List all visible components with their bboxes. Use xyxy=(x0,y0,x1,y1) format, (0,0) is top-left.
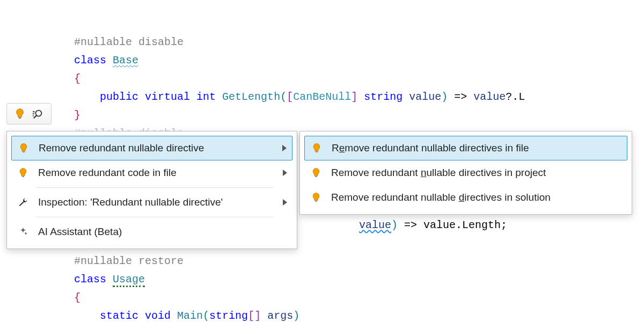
lightbulb-icon xyxy=(310,191,323,204)
keyword-public: public xyxy=(100,91,138,103)
paren-close: ) xyxy=(441,91,448,103)
brace-close: } xyxy=(74,109,80,121)
keyword-void: void xyxy=(145,310,171,322)
submenu-item-directives-solution[interactable]: Remove redundant nullable directives in … xyxy=(304,185,627,210)
lightbulb-icon[interactable] xyxy=(13,107,26,120)
menu-item-label: Remove redundant code in file xyxy=(38,167,177,179)
keyword-string: string xyxy=(364,91,402,103)
submenu-item-label: Remove redundant nullable directives in … xyxy=(332,142,529,154)
submenu-item-directives-file[interactable]: Remove redundant nullable directives in … xyxy=(304,136,627,160)
svg-rect-9 xyxy=(315,176,317,177)
paren-open: ( xyxy=(280,91,287,103)
lightbulb-icon xyxy=(310,142,323,155)
svg-rect-0 xyxy=(19,118,21,119)
null-cond: ?. xyxy=(506,91,518,103)
submenu-item-label: Remove redundant nullable directives in … xyxy=(331,167,546,179)
submenu-item-directives-project[interactable]: Remove redundant nullable directives in … xyxy=(304,160,627,185)
lightbulb-icon xyxy=(17,142,30,155)
paren-open: ( xyxy=(203,310,209,322)
menu-item-inspection[interactable]: Inspection: 'Redundant nullable directiv… xyxy=(11,190,292,215)
lambda-arrow: => xyxy=(448,91,473,103)
svg-point-1 xyxy=(35,111,41,116)
method-main: Main xyxy=(177,310,203,322)
attribute-canbenull: CanBeNull xyxy=(293,91,351,103)
menu-item-remove-redundant-code[interactable]: Remove redundant code in file xyxy=(11,160,292,185)
submenu-arrow-icon xyxy=(283,199,287,206)
paren-close: ) xyxy=(293,310,299,322)
bracket-close: ] xyxy=(351,91,357,103)
keyword-virtual: virtual xyxy=(145,91,190,103)
menu-item-label: AI Assistant (Beta) xyxy=(38,226,122,238)
sparkle-icon xyxy=(17,225,30,238)
svg-rect-7 xyxy=(22,176,24,177)
inspect-icon[interactable] xyxy=(32,107,45,120)
keyword-class: class xyxy=(74,54,106,67)
svg-rect-8 xyxy=(316,151,318,152)
method-getlength: GetLength xyxy=(222,91,280,103)
param-value: value xyxy=(409,91,441,103)
menu-item-label: Inspection: 'Redundant nullable directiv… xyxy=(38,196,223,208)
array-brackets: [] xyxy=(248,310,261,322)
lightbulb-widget[interactable] xyxy=(6,103,52,125)
type-usage: Usage xyxy=(113,273,145,287)
menu-separator xyxy=(36,187,273,188)
expr-value: value xyxy=(473,91,506,103)
context-menu: Remove redundant nullable directive Remo… xyxy=(6,131,297,249)
submenu-item-label: Remove redundant nullable directives in … xyxy=(331,192,551,203)
menu-item-remove-nullable-directive[interactable]: Remove redundant nullable directive xyxy=(11,136,292,160)
keyword-static: static xyxy=(100,310,138,322)
brace-open: { xyxy=(74,72,80,85)
menu-item-label: Remove redundant nullable directive xyxy=(39,142,204,154)
pragma: #nullable disable xyxy=(74,36,184,48)
param-args: args xyxy=(267,310,293,322)
bracket-open: [ xyxy=(287,91,293,103)
context-submenu: Remove redundant nullable directives in … xyxy=(299,131,632,215)
brace-open: { xyxy=(74,291,80,304)
svg-rect-6 xyxy=(23,151,25,152)
submenu-arrow-icon xyxy=(282,145,287,151)
svg-rect-10 xyxy=(315,201,317,202)
lightbulb-icon xyxy=(17,166,30,179)
keyword-int: int xyxy=(196,91,216,103)
pragma-restore: #nullable restore xyxy=(74,255,184,267)
menu-separator xyxy=(36,217,273,217)
menu-item-ai-assistant[interactable]: AI Assistant (Beta) xyxy=(11,219,292,244)
keyword-class: class xyxy=(74,273,106,286)
lightbulb-icon xyxy=(310,166,323,179)
type-base: Base xyxy=(113,54,138,67)
submenu-arrow-icon xyxy=(283,170,287,176)
wrench-icon xyxy=(17,196,30,209)
expr-tail: L xyxy=(518,91,525,103)
keyword-string: string xyxy=(209,310,248,322)
svg-line-2 xyxy=(34,115,36,118)
